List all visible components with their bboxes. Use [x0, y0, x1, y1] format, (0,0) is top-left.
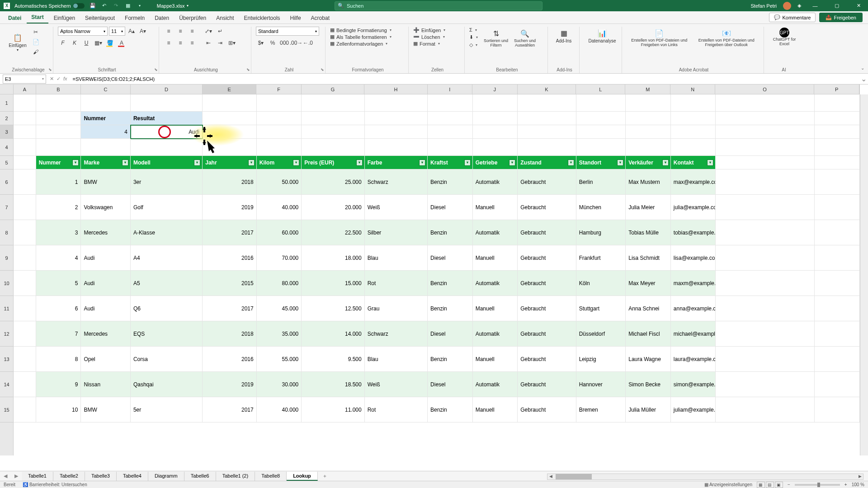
table-cell-standort[interactable]: Hamburg — [576, 220, 626, 245]
filter-dropdown-icon[interactable]: ▾ — [356, 160, 363, 166]
table-header-8[interactable]: Getriebe▾ — [473, 156, 518, 169]
select-all-corner[interactable] — [0, 84, 14, 94]
table-cell-zustand[interactable]: Gebraucht — [518, 195, 576, 220]
column-header-L[interactable]: L — [576, 84, 625, 94]
table-cell-getriebe[interactable]: Automatik — [473, 169, 518, 195]
column-header-D[interactable]: D — [131, 84, 203, 94]
wrap-text-icon[interactable]: ↵ — [215, 27, 225, 36]
table-header-2[interactable]: Modell▾ — [131, 156, 203, 169]
table-cell-nummer[interactable]: 1 — [36, 169, 81, 195]
lookup-header-nummer[interactable]: Nummer — [81, 112, 131, 125]
autosum-icon[interactable]: Σ▾ — [469, 27, 478, 33]
indent-increase-icon[interactable]: ⇥ — [215, 38, 225, 47]
table-cell-standort[interactable]: Frankfurt — [576, 245, 626, 271]
table-cell-verkaeufer[interactable]: Michael Fiscl — [626, 321, 671, 347]
table-cell-getriebe[interactable]: Automatik — [473, 220, 518, 245]
sheet-nav-next-icon[interactable]: ▶ — [11, 473, 22, 479]
row-header-2[interactable]: 2 — [0, 112, 13, 125]
filter-dropdown-icon[interactable]: ▾ — [248, 160, 255, 166]
table-cell-marke[interactable]: Volkswagen — [81, 195, 131, 220]
row-header-9[interactable]: 9 — [0, 245, 13, 271]
filter-dropdown-icon[interactable]: ▾ — [568, 160, 574, 166]
table-cell-marke[interactable]: Opel — [81, 347, 131, 372]
table-cell-preis[interactable]: 9.500 — [302, 347, 364, 372]
table-cell-verkaeufer[interactable]: Anna Schnei — [626, 296, 671, 321]
table-cell-standort[interactable]: Hannover — [576, 372, 626, 397]
table-cell-kraftstoff[interactable]: Diesel — [428, 321, 473, 347]
tab-review[interactable]: Überprüfen — [175, 13, 211, 23]
tab-devtools[interactable]: Entwicklertools — [240, 13, 285, 23]
table-header-9[interactable]: Zustand▾ — [518, 156, 576, 169]
table-cell-verkaeufer[interactable]: Simon Becke — [626, 372, 671, 397]
table-cell-zustand[interactable]: Gebraucht — [518, 169, 576, 195]
table-cell-verkaeufer[interactable]: Lisa Schmidt — [626, 245, 671, 271]
comments-button[interactable]: 💬 Kommentare — [769, 13, 816, 22]
row-header-13[interactable]: 13 — [0, 347, 13, 372]
row-header-14[interactable]: 14 — [0, 372, 13, 397]
table-cell-jahr[interactable]: 2016 — [203, 245, 256, 271]
column-header-A[interactable]: A — [14, 84, 36, 94]
filter-dropdown-icon[interactable]: ▾ — [617, 160, 623, 166]
table-cell-nummer[interactable]: 7 — [36, 321, 81, 347]
table-header-6[interactable]: Farbe▾ — [365, 156, 428, 169]
table-cell-kontakt[interactable]: maxm@example.com — [671, 271, 716, 296]
table-cell-getriebe[interactable]: Manuell — [473, 195, 518, 220]
align-bottom-icon[interactable]: ≡ — [187, 27, 197, 36]
row-header-5[interactable]: 5 — [0, 156, 13, 169]
table-cell-zustand[interactable]: Gebraucht — [518, 220, 576, 245]
sheet-tab-lookup[interactable]: Lookup — [287, 472, 318, 481]
table-cell-zustand[interactable]: Gebraucht — [518, 321, 576, 347]
fill-color-icon[interactable]: 🪣 — [105, 38, 115, 47]
filter-dropdown-icon[interactable]: ▾ — [194, 160, 200, 166]
table-cell-kraftstoff[interactable]: Diesel — [428, 245, 473, 271]
addins-button[interactable]: ▦Add-Ins — [552, 27, 575, 43]
sheet-tab-tabelle1[interactable]: Tabelle1 — [22, 472, 53, 481]
redo-icon[interactable]: ↷ — [113, 2, 120, 9]
column-header-F[interactable]: F — [256, 84, 302, 94]
comma-icon[interactable]: 000 — [279, 38, 289, 47]
diamond-icon[interactable]: ◈ — [797, 3, 801, 9]
close-button[interactable]: ✕ — [851, 0, 866, 11]
table-cell-farbe[interactable]: Schwarz — [365, 169, 428, 195]
name-box[interactable]: E3▾ — [3, 75, 46, 84]
table-cell-standort[interactable]: Berlin — [576, 169, 626, 195]
table-cell-preis[interactable]: 15.000 — [302, 271, 364, 296]
paste-button[interactable]: 📋Einfügen▾ — [6, 31, 29, 52]
table-header-4[interactable]: Kilom▾ — [257, 156, 302, 169]
merge-icon[interactable]: ⊞▾ — [227, 38, 237, 47]
table-cell-kontakt[interactable]: lisa@example.com — [671, 245, 716, 271]
share-button[interactable]: 📤 Freigeben — [819, 13, 863, 22]
table-cell-modell[interactable]: Q6 — [131, 296, 203, 321]
column-header-N[interactable]: N — [670, 84, 716, 94]
table-header-0[interactable]: Nummer▾ — [36, 156, 81, 169]
table-cell-preis[interactable]: 12.500 — [302, 296, 364, 321]
table-cell-modell[interactable]: EQS — [131, 321, 203, 347]
table-cell-preis[interactable]: 14.000 — [302, 321, 364, 347]
font-name-combo[interactable]: Aptos Narrow▾ — [58, 27, 108, 36]
qat-icon[interactable]: ▦ — [124, 2, 132, 9]
insert-cells-button[interactable]: ➕ Einfügen▾ — [413, 27, 460, 33]
table-cell-km[interactable]: 45.000 — [257, 296, 302, 321]
user-name[interactable]: Stefan Petri — [751, 3, 777, 9]
table-cell-zustand[interactable]: Gebraucht — [518, 397, 576, 422]
tab-start[interactable]: Start — [27, 12, 48, 23]
table-cell-modell[interactable]: A5 — [131, 271, 203, 296]
orientation-icon[interactable]: ⤢▾ — [203, 27, 213, 36]
table-cell-jahr[interactable]: 2016 — [203, 347, 256, 372]
table-cell-jahr[interactable]: 2019 — [203, 195, 256, 220]
table-cell-jahr[interactable]: 2017 — [203, 296, 256, 321]
accessibility-status[interactable]: ♿ Barrierefreiheit: Untersuchen — [23, 482, 87, 487]
table-cell-farbe[interactable]: Schwarz — [365, 321, 428, 347]
sort-filter-button[interactable]: ⇅Sortieren und Filtern — [482, 27, 509, 48]
table-cell-farbe[interactable]: Weiß — [365, 372, 428, 397]
filter-dropdown-icon[interactable]: ▾ — [662, 160, 669, 166]
font-size-combo[interactable]: 11▾ — [109, 27, 125, 36]
find-select-button[interactable]: 🔍Suchen und Auswählen — [511, 27, 538, 48]
table-cell-farbe[interactable]: Rot — [365, 397, 428, 422]
table-cell-jahr[interactable]: 2019 — [203, 372, 256, 397]
table-cell-verkaeufer[interactable]: Julia Meier — [626, 195, 671, 220]
table-cell-km[interactable]: 30.000 — [257, 372, 302, 397]
filter-dropdown-icon[interactable]: ▾ — [419, 160, 425, 166]
minimize-button[interactable]: — — [807, 0, 823, 11]
tab-view[interactable]: Ansicht — [212, 13, 238, 23]
